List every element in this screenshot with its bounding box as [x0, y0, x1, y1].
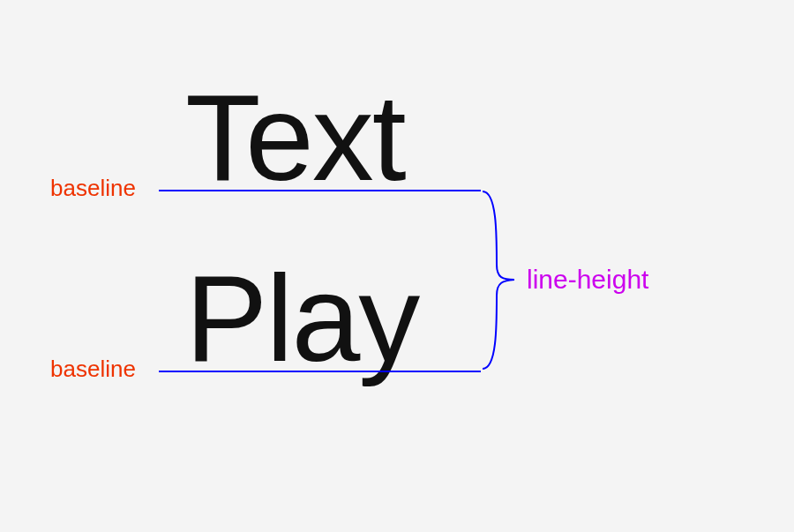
sample-word-1: Text: [185, 66, 405, 209]
line-height-label: line-height: [527, 265, 648, 295]
baseline-label-1: baseline: [50, 175, 136, 202]
baseline-line-2: [159, 371, 481, 372]
sample-word-2: Play: [185, 247, 418, 390]
baseline-label-2: baseline: [50, 356, 136, 383]
curly-brace-icon: [481, 190, 525, 371]
baseline-line-1: [159, 190, 481, 191]
line-height-diagram: Text baseline Play baseline line-height: [0, 0, 794, 532]
